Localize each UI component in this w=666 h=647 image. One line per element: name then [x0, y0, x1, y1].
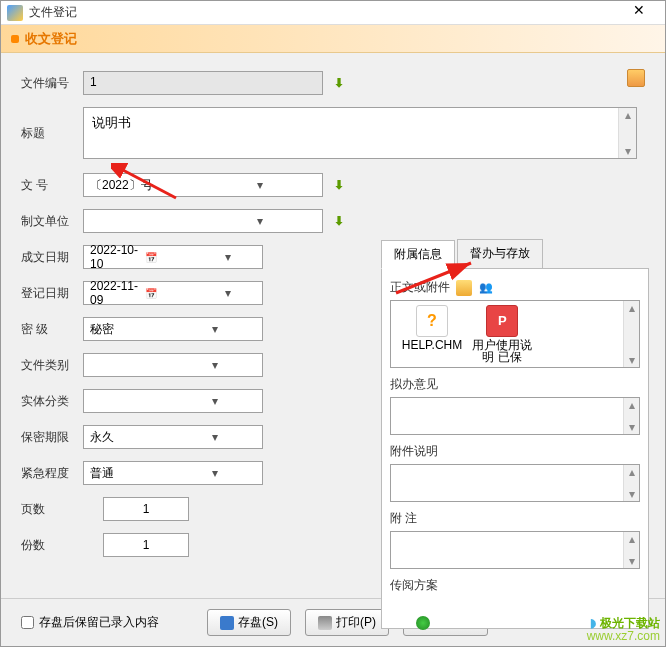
app-icon — [7, 5, 23, 21]
row-entity: 实体分类 ▾ — [21, 389, 371, 413]
row-create-date: 成文日期 2022-10-10 📅 ▾ — [21, 245, 371, 269]
label-pages: 页数 — [21, 501, 83, 518]
bullet-icon — [11, 35, 19, 43]
scrollbar[interactable]: ▴▾ — [623, 465, 639, 501]
title-textarea-wrap: ▴▾ — [83, 107, 637, 159]
row-file-no: 文件编号 1 ⬇ — [21, 71, 645, 95]
label-circulation: 传阅方案 — [390, 577, 438, 594]
chevron-down-icon[interactable]: ▾ — [201, 286, 256, 300]
org-combo[interactable]: ▾ — [83, 209, 323, 233]
chevron-down-icon[interactable]: ▾ — [203, 178, 316, 192]
opinion-textarea[interactable]: ▴▾ — [390, 397, 640, 435]
tab-supervise-store[interactable]: 督办与存放 — [457, 239, 543, 268]
section-title: 收文登记 — [25, 30, 77, 48]
label-copies: 份数 — [21, 537, 83, 554]
section-attach-desc: 附件说明 ▴▾ — [390, 443, 640, 502]
label-attach-desc: 附件说明 — [390, 443, 438, 460]
label-org: 制文单位 — [21, 213, 83, 230]
chevron-down-icon[interactable]: ▾ — [203, 214, 316, 228]
down-arrow-icon[interactable]: ⬇ — [331, 177, 347, 193]
titlebar: 文件登记 ✕ — [1, 1, 665, 25]
chevron-down-icon[interactable]: ▾ — [173, 430, 256, 444]
label-create-date: 成文日期 — [21, 249, 83, 266]
save-icon — [220, 616, 234, 630]
remark-textarea[interactable]: ▴▾ — [390, 531, 640, 569]
checkbox-label: 存盘后保留已录入内容 — [39, 614, 159, 631]
row-secrecy: 密 级 秘密 ▾ — [21, 317, 371, 341]
row-reg-date: 登记日期 2022-11-09 📅 ▾ — [21, 281, 371, 305]
create-date-input[interactable]: 2022-10-10 📅 ▾ — [83, 245, 263, 269]
paste-icon[interactable] — [627, 69, 645, 87]
form-body: 文件编号 1 ⬇ 标题 ▴▾ 文 号 〔2022〕号 ▾ ⬇ — [1, 53, 665, 598]
attachment-item[interactable]: HELP.CHM — [397, 305, 467, 363]
label-title: 标题 — [21, 107, 83, 142]
chm-file-icon — [416, 305, 448, 337]
pdf-file-icon — [486, 305, 518, 337]
row-copies: 份数 1 — [21, 533, 371, 557]
scrollbar[interactable]: ▴▾ — [618, 108, 636, 158]
left-column: 文 号 〔2022〕号 ▾ ⬇ 制文单位 ▾ ⬇ 成文日期 — [21, 173, 371, 569]
row-urgency: 紧急程度 普通 ▾ — [21, 461, 371, 485]
doc-type-combo[interactable]: ▾ — [83, 353, 263, 377]
doc-no-combo[interactable]: 〔2022〕号 ▾ — [83, 173, 323, 197]
chevron-down-icon[interactable]: ▾ — [201, 250, 256, 264]
folder-add-icon[interactable] — [456, 280, 472, 296]
save-button[interactable]: 存盘(S) — [207, 609, 291, 636]
attachment-item[interactable]: 用户使用说明 已保 — [467, 305, 537, 363]
scrollbar[interactable]: ▴▾ — [623, 301, 639, 367]
row-doc-no: 文 号 〔2022〕号 ▾ ⬇ — [21, 173, 371, 197]
row-title: 标题 ▴▾ — [21, 107, 645, 159]
label-doc-type: 文件类别 — [21, 357, 83, 374]
right-column: 附属信息 督办与存放 正文或附件 👥 HELP.CHM — [381, 239, 649, 629]
close-window-button[interactable]: ✕ — [619, 2, 659, 24]
urgency-combo[interactable]: 普通 ▾ — [83, 461, 263, 485]
row-org: 制文单位 ▾ ⬇ — [21, 209, 371, 233]
print-button[interactable]: 打印(P) — [305, 609, 389, 636]
file-name: 用户使用说明 已保 — [467, 339, 537, 363]
label-entity: 实体分类 — [21, 393, 83, 410]
section-remark: 附 注 ▴▾ — [390, 510, 640, 569]
keep-after-save-checkbox[interactable]: 存盘后保留已录入内容 — [21, 614, 159, 631]
label-file-no: 文件编号 — [21, 75, 83, 92]
label-opinion: 拟办意见 — [390, 376, 438, 393]
label-urgency: 紧急程度 — [21, 465, 83, 482]
copies-input[interactable]: 1 — [103, 533, 189, 557]
attachment-list[interactable]: HELP.CHM 用户使用说明 已保 ▴▾ — [390, 300, 640, 368]
chevron-down-icon[interactable]: ▾ — [173, 466, 256, 480]
file-no-field: 1 — [83, 71, 323, 95]
tab-attachment-info[interactable]: 附属信息 — [381, 240, 455, 269]
chevron-down-icon[interactable]: ▾ — [173, 358, 256, 372]
window: 文件登记 ✕ 收文登记 文件编号 1 ⬇ 标题 ▴▾ 文 号 〔2 — [0, 0, 666, 647]
scrollbar[interactable]: ▴▾ — [623, 532, 639, 568]
tab-panel: 正文或附件 👥 HELP.CHM 用户使用说明 已保 ▴▾ — [381, 269, 649, 629]
title-input[interactable] — [84, 108, 618, 132]
down-arrow-icon[interactable]: ⬇ — [331, 75, 347, 91]
section-attachments: 正文或附件 👥 HELP.CHM 用户使用说明 已保 ▴▾ — [390, 279, 640, 368]
checkbox-input[interactable] — [21, 616, 34, 629]
people-icon[interactable]: 👥 — [478, 280, 494, 296]
down-arrow-icon[interactable]: ⬇ — [331, 213, 347, 229]
section-circulation: 传阅方案 — [390, 577, 640, 594]
chevron-down-icon[interactable]: ▾ — [173, 322, 256, 336]
attach-desc-textarea[interactable]: ▴▾ — [390, 464, 640, 502]
scrollbar[interactable]: ▴▾ — [623, 398, 639, 434]
label-doc-no: 文 号 — [21, 177, 83, 194]
entity-combo[interactable]: ▾ — [83, 389, 263, 413]
close-icon — [416, 616, 430, 630]
label-remark: 附 注 — [390, 510, 417, 527]
file-name: HELP.CHM — [397, 339, 467, 351]
section-opinion: 拟办意见 ▴▾ — [390, 376, 640, 435]
row-retention: 保密期限 永久 ▾ — [21, 425, 371, 449]
calendar-icon[interactable]: 📅 — [145, 252, 200, 263]
calendar-icon[interactable]: 📅 — [145, 288, 200, 299]
row-doc-type: 文件类别 ▾ — [21, 353, 371, 377]
retention-combo[interactable]: 永久 ▾ — [83, 425, 263, 449]
label-retention: 保密期限 — [21, 429, 83, 446]
label-reg-date: 登记日期 — [21, 285, 83, 302]
pages-input[interactable]: 1 — [103, 497, 189, 521]
label-secrecy: 密 级 — [21, 321, 83, 338]
secrecy-combo[interactable]: 秘密 ▾ — [83, 317, 263, 341]
chevron-down-icon[interactable]: ▾ — [173, 394, 256, 408]
reg-date-input[interactable]: 2022-11-09 📅 ▾ — [83, 281, 263, 305]
print-icon — [318, 616, 332, 630]
